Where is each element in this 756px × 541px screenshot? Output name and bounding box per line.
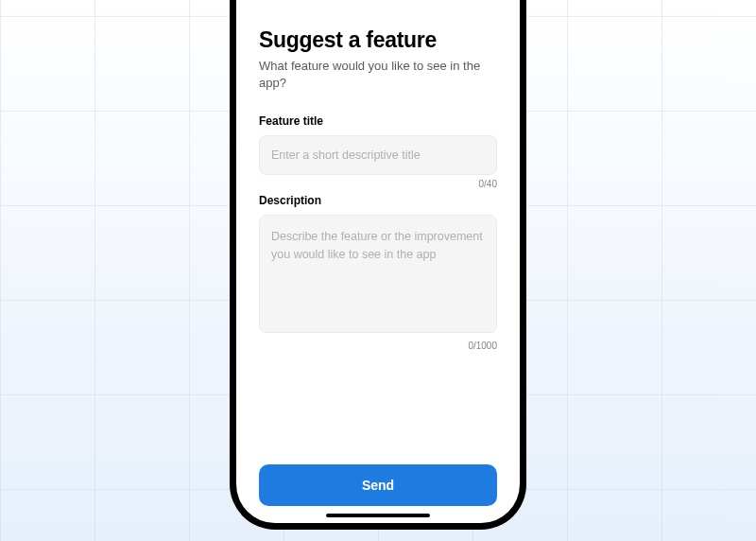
feature-title-label: Feature title	[259, 114, 497, 128]
feature-title-field: Feature title 0/40	[259, 114, 497, 189]
phone-frame: Suggest a feature What feature would you…	[230, 0, 526, 530]
page-subtitle: What feature would you like to see in th…	[259, 58, 497, 92]
description-label: Description	[259, 194, 497, 207]
feature-title-input[interactable]	[259, 135, 497, 175]
page-title: Suggest a feature	[259, 27, 497, 53]
spacer-flex	[259, 351, 497, 464]
home-indicator	[326, 514, 430, 517]
description-counter: 0/1000	[259, 340, 497, 351]
screen-content: Suggest a feature What feature would you…	[236, 0, 520, 523]
spacer-top	[259, 0, 497, 27]
description-input[interactable]	[259, 215, 497, 333]
feature-title-counter: 0/40	[259, 179, 497, 189]
send-button[interactable]: Send	[259, 464, 497, 506]
description-field: Description 0/1000	[259, 194, 497, 351]
phone-screen: Suggest a feature What feature would you…	[236, 0, 520, 523]
